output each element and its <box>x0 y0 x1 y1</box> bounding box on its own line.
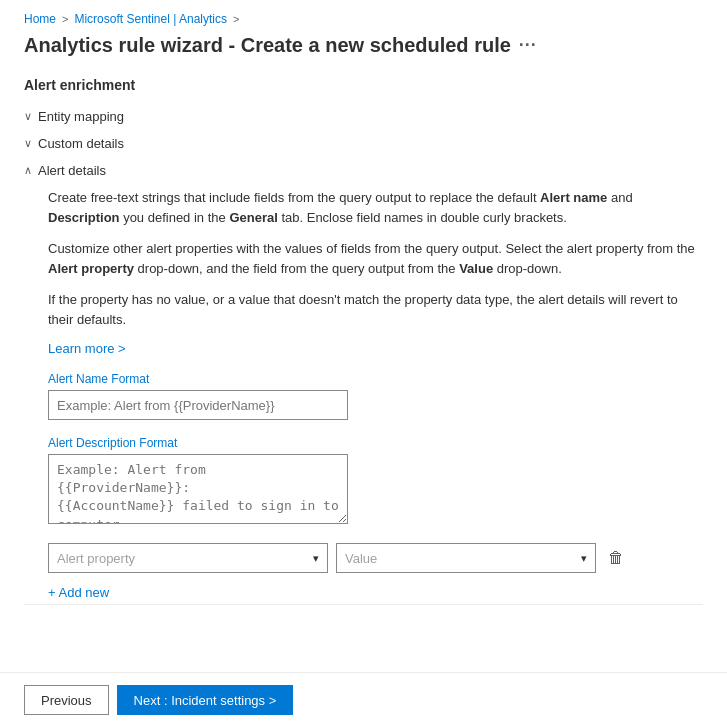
desc2-bold1: Alert property <box>48 261 134 276</box>
desc2-bold2: Value <box>459 261 493 276</box>
description-1: Create free-text strings that include fi… <box>48 188 703 227</box>
property-value-row: Alert property ▾ Value ▾ 🗑 <box>48 543 703 573</box>
footer-divider <box>24 604 703 605</box>
alert-enrichment-section: Alert enrichment ∨ Entity mapping ∨ Cust… <box>24 77 703 604</box>
description-3: If the property has no value, or a value… <box>48 290 703 329</box>
desc1-part4: tab. Enclose field names in double curly… <box>278 210 567 225</box>
custom-details-toggle[interactable]: ∨ Custom details <box>24 132 703 155</box>
previous-button[interactable]: Previous <box>24 685 109 715</box>
next-button[interactable]: Next : Incident settings > <box>117 685 294 715</box>
alert-property-chevron: ▾ <box>313 552 319 565</box>
custom-details-label: Custom details <box>38 136 124 151</box>
entity-mapping-chevron: ∨ <box>24 110 32 123</box>
value-dropdown[interactable]: Value ▾ <box>336 543 596 573</box>
value-placeholder: Value <box>345 551 377 566</box>
alert-property-dropdown[interactable]: Alert property ▾ <box>48 543 328 573</box>
delete-property-button[interactable]: 🗑 <box>604 547 628 569</box>
alert-enrichment-title: Alert enrichment <box>24 77 703 93</box>
desc1-bold2: Description <box>48 210 120 225</box>
desc2-part1: Customize other alert properties with th… <box>48 241 695 256</box>
alert-name-format-label: Alert Name Format <box>48 372 703 386</box>
desc1-bold1: Alert name <box>540 190 607 205</box>
description-2: Customize other alert properties with th… <box>48 239 703 278</box>
learn-more-link[interactable]: Learn more > <box>48 341 126 356</box>
desc1-part1: Create free-text strings that include fi… <box>48 190 540 205</box>
alert-name-format-input[interactable] <box>48 390 348 420</box>
entity-mapping-toggle[interactable]: ∨ Entity mapping <box>24 105 703 128</box>
alert-name-format-group: Alert Name Format <box>48 372 703 420</box>
value-chevron: ▾ <box>581 552 587 565</box>
desc1-part3: you defined in the <box>120 210 230 225</box>
page-title-dots[interactable]: ··· <box>519 35 537 56</box>
breadcrumb-sep-1: > <box>62 13 68 25</box>
alert-details-chevron: ∧ <box>24 164 32 177</box>
page-container: Home > Microsoft Sentinel | Analytics > … <box>0 0 727 695</box>
add-new-label: + Add new <box>48 585 109 600</box>
breadcrumb-sep-2: > <box>233 13 239 25</box>
breadcrumb-sentinel[interactable]: Microsoft Sentinel | Analytics <box>74 12 227 26</box>
entity-mapping-label: Entity mapping <box>38 109 124 124</box>
breadcrumb: Home > Microsoft Sentinel | Analytics > <box>24 12 703 26</box>
alert-description-format-input[interactable] <box>48 454 348 524</box>
page-title: Analytics rule wizard - Create a new sch… <box>24 34 703 57</box>
page-title-text: Analytics rule wizard - Create a new sch… <box>24 34 511 57</box>
desc2-part2: drop-down, and the field from the query … <box>134 261 459 276</box>
custom-details-chevron: ∨ <box>24 137 32 150</box>
desc1-part2: and <box>607 190 632 205</box>
desc2-part3: drop-down. <box>493 261 562 276</box>
desc3-text: If the property has no value, or a value… <box>48 292 678 327</box>
add-new-button[interactable]: + Add new <box>48 581 109 604</box>
alert-details-content: Create free-text strings that include fi… <box>48 188 703 604</box>
breadcrumb-home[interactable]: Home <box>24 12 56 26</box>
desc1-bold3: General <box>229 210 277 225</box>
alert-property-placeholder: Alert property <box>57 551 135 566</box>
alert-details-label: Alert details <box>38 163 106 178</box>
delete-icon: 🗑 <box>608 549 624 567</box>
alert-details-toggle[interactable]: ∧ Alert details <box>24 159 703 182</box>
alert-description-format-label: Alert Description Format <box>48 436 703 450</box>
footer-bar: Previous Next : Incident settings > <box>0 672 727 727</box>
alert-description-format-group: Alert Description Format <box>48 436 703 527</box>
